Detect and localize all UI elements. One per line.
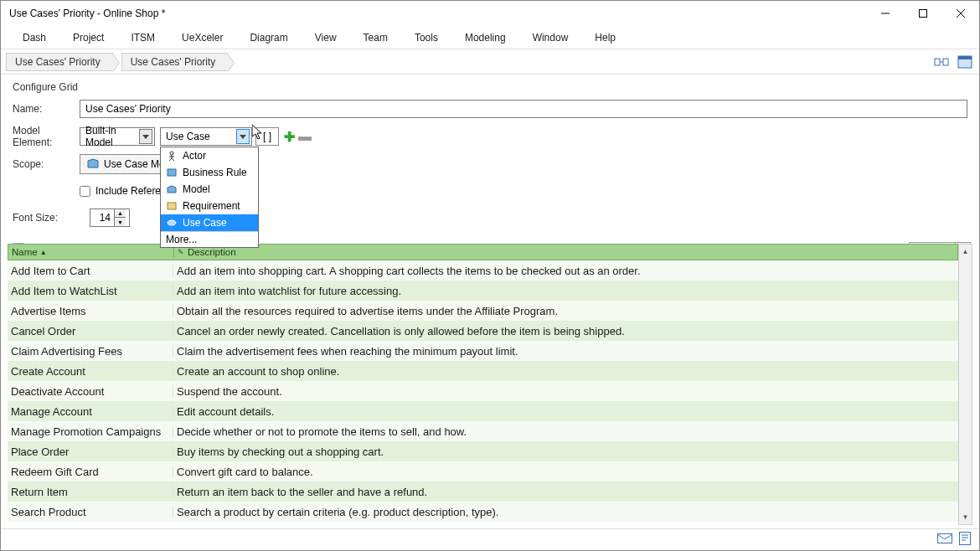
actor-icon — [166, 150, 178, 162]
font-size-input[interactable] — [90, 212, 114, 224]
table-row[interactable]: Place OrderBuy items by checking out a s… — [8, 441, 958, 461]
title-bar: Use Cases' Priority - Online Shop * — [1, 1, 979, 26]
table-row[interactable]: Add Item to CartAdd an item into shoppin… — [8, 260, 958, 281]
cell-description: Convert gift card to balance. — [173, 466, 958, 478]
cell-name: Deactivate Account — [8, 385, 173, 398]
name-input[interactable] — [80, 100, 967, 118]
cell-name: Return Item — [8, 486, 173, 498]
svg-marker-20 — [88, 159, 98, 167]
menu-modeling[interactable]: Modeling — [451, 28, 519, 47]
table-row[interactable]: Redeem Gift CardConvert gift card to bal… — [8, 461, 958, 481]
scroll-down-icon[interactable]: ▼ — [959, 510, 972, 524]
cell-description: Suspend the account. — [173, 385, 958, 398]
dropdown-label: Requirement — [183, 200, 240, 212]
bracket-button[interactable]: [ ] — [255, 127, 279, 146]
menu-uexceler[interactable]: UeXceler — [168, 28, 236, 47]
vertical-scrollbar[interactable]: ▲ ▼ — [958, 244, 972, 525]
cell-description: Add an item into watchlist for future ac… — [173, 285, 958, 297]
table-row[interactable]: Return ItemReturn an item back to the se… — [8, 481, 958, 502]
maximize-button[interactable] — [904, 1, 941, 26]
cell-description: Create an account to shop online. — [173, 365, 958, 378]
svg-line-14 — [169, 158, 172, 161]
menu-help[interactable]: Help — [581, 28, 629, 47]
plus-icon[interactable]: ✚ — [284, 129, 295, 145]
table-row[interactable]: Manage AccountEdit account details. — [8, 401, 958, 421]
menu-diagram[interactable]: Diagram — [236, 28, 301, 47]
cell-description: Claim the advertisement fees when reachi… — [173, 345, 958, 358]
table-row[interactable]: Cancel OrderCancel an order newly create… — [8, 321, 958, 341]
model-type-combo[interactable]: Use Case Actor Business Rule Model — [160, 127, 252, 146]
dropdown-item-business-rule[interactable]: Business Rule — [161, 164, 258, 181]
table-row[interactable]: Search ProductSearch a product by certai… — [8, 502, 958, 522]
minus-icon[interactable]: ▬ — [298, 129, 312, 144]
dropdown-item-actor[interactable]: Actor — [161, 147, 258, 164]
grid-header: Name ▲ ✎ Description — [8, 244, 958, 260]
svg-rect-4 — [935, 59, 940, 65]
scroll-up-icon[interactable]: ▲ — [959, 245, 972, 259]
breadcrumb-item[interactable]: Use Cases' Priority — [6, 53, 113, 71]
model-type-value: Use Case — [166, 131, 233, 142]
svg-rect-16 — [168, 169, 176, 176]
menu-itsm[interactable]: ITSM — [117, 28, 168, 47]
table-row[interactable]: Claim Advertising FeesClaim the advertis… — [8, 341, 958, 361]
model-source-combo[interactable]: Built-in Model — [80, 127, 155, 146]
svg-marker-10 — [240, 135, 246, 139]
table-row[interactable]: Manage Promotion CampaignsDecide whether… — [8, 421, 958, 441]
mail-icon[interactable] — [937, 533, 952, 546]
dropdown-item-model[interactable]: Model — [161, 181, 258, 198]
close-button[interactable] — [941, 1, 979, 26]
cell-name: Create Account — [8, 365, 173, 378]
spinner-up-icon[interactable]: ▲ — [114, 209, 126, 218]
svg-rect-8 — [958, 56, 972, 59]
cell-name: Claim Advertising Fees — [8, 345, 173, 358]
cell-description: Buy items by checking out a shopping car… — [173, 445, 958, 458]
window-title: Use Cases' Priority - Online Shop * — [9, 8, 866, 19]
dropdown-item-use-case[interactable]: Use Case — [161, 214, 258, 231]
menu-view[interactable]: View — [302, 28, 350, 47]
model-source-value: Built-in Model — [85, 125, 136, 148]
menu-bar: Dash Project ITSM UeXceler Diagram View … — [1, 26, 979, 49]
breadcrumb-item[interactable]: Use Cases' Priority — [121, 53, 229, 71]
dropdown-label: Model — [183, 183, 210, 195]
cell-name: Manage Account — [8, 405, 173, 418]
menu-tools[interactable]: Tools — [401, 28, 451, 47]
sort-asc-icon: ▲ — [40, 249, 47, 256]
chevron-down-icon[interactable] — [139, 129, 152, 144]
menu-dash[interactable]: Dash — [9, 28, 59, 47]
column-header-description[interactable]: ✎ Description — [174, 247, 957, 257]
dropdown-item-requirement[interactable]: Requirement — [161, 198, 258, 214]
dropdown-item-more[interactable]: More... — [161, 231, 258, 247]
menu-project[interactable]: Project — [59, 28, 117, 47]
scope-label: Scope: — [13, 158, 80, 170]
svg-point-11 — [170, 152, 173, 155]
scroll-track[interactable] — [959, 259, 972, 510]
cell-name: Manage Promotion Campaigns — [8, 425, 173, 438]
svg-rect-5 — [943, 59, 948, 65]
layout-icon[interactable] — [932, 53, 951, 71]
svg-rect-34 — [960, 533, 971, 545]
menu-window[interactable]: Window — [519, 28, 582, 47]
model-icon — [166, 183, 178, 195]
table-row[interactable]: Advertise ItemsObtain all the resources … — [8, 301, 958, 321]
note-icon[interactable] — [959, 532, 971, 548]
table-row[interactable]: Deactivate AccountSuspend the account. — [8, 381, 958, 401]
panel-icon[interactable] — [956, 53, 974, 71]
include-referenced-input[interactable] — [80, 186, 90, 197]
svg-rect-33 — [938, 534, 952, 543]
dropdown-label: Business Rule — [183, 167, 247, 178]
config-panel: Configure Grid Name: Model Element: Buil… — [1, 75, 979, 239]
minimize-button[interactable] — [866, 1, 904, 26]
requirement-icon — [166, 200, 178, 212]
column-header-name[interactable]: Name ▲ — [8, 247, 174, 257]
spinner-down-icon[interactable]: ▼ — [114, 218, 126, 226]
use-case-icon — [166, 217, 178, 229]
table-row[interactable]: Create AccountCreate an account to shop … — [8, 361, 958, 381]
table-row[interactable]: Add Item to WatchListAdd an item into wa… — [8, 281, 958, 301]
cell-description: Edit account details. — [173, 405, 958, 418]
menu-team[interactable]: Team — [350, 28, 401, 47]
font-size-spinner[interactable]: ▲ ▼ — [90, 209, 130, 227]
cell-description: Return an item back to the seller and ha… — [173, 486, 958, 498]
cell-name: Redeem Gift Card — [8, 466, 173, 478]
cell-name: Place Order — [8, 445, 173, 458]
chevron-down-icon[interactable] — [236, 129, 250, 144]
